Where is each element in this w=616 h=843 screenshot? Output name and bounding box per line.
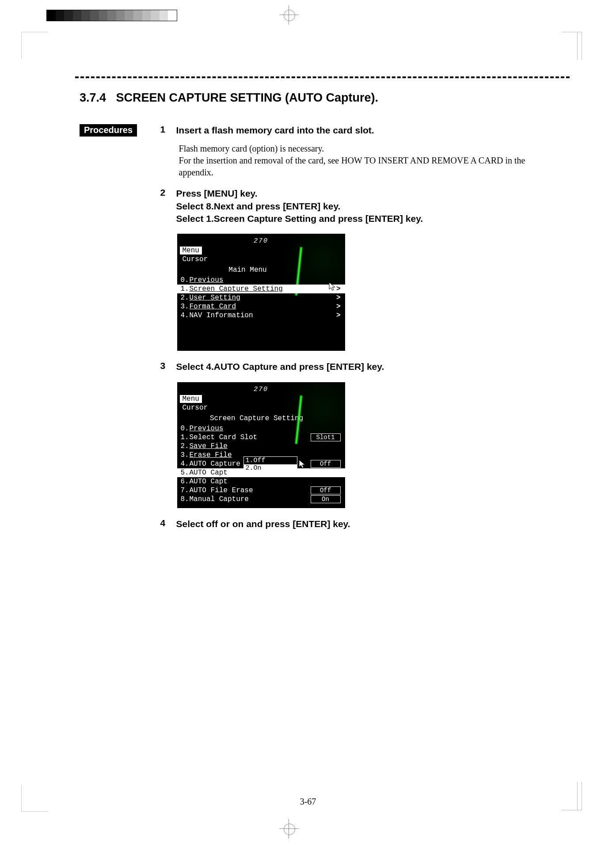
screenshot-screen-capture-setting: 270 Menu Cursor Screen Capture Setting 0… xyxy=(177,382,345,508)
registration-mark-top-icon xyxy=(279,5,299,25)
heading-indicator: 270 xyxy=(177,237,345,245)
menu-item-screen-capture-setting[interactable]: 1. Screen Capture Setting > xyxy=(177,285,345,293)
step-number: 2 xyxy=(160,187,166,198)
popup-option-on[interactable]: 2. On xyxy=(244,464,297,472)
chevron-right-icon: > xyxy=(336,311,341,319)
section-number: 3.7.4 xyxy=(80,91,106,104)
step-4: 4 Select off or on and press [ENTER] key… xyxy=(160,518,527,530)
page-content: 3.7.4 SCREEN CAPTURE SETTING (AUTO Captu… xyxy=(80,91,565,539)
step-body-line: For the insertion and removal of the car… xyxy=(179,155,527,178)
step-head-line: Select 1.Screen Capture Setting and pres… xyxy=(176,213,527,225)
chevron-right-icon: > xyxy=(336,285,341,293)
menu-title: Main Menu xyxy=(177,266,345,274)
cursor-label: Cursor xyxy=(180,255,345,263)
heading-indicator: 270 xyxy=(177,386,345,393)
step-number: 1 xyxy=(160,124,166,135)
step-heading: Press [MENU] key. Select 8.Next and pres… xyxy=(176,187,527,225)
procedures-badge: Procedures xyxy=(80,124,137,137)
crop-mark-tl-icon xyxy=(21,32,48,59)
cursor-label: Cursor xyxy=(180,404,345,412)
step-number: 4 xyxy=(160,518,166,528)
menu-item-auto-capt-6[interactable]: 6. AUTO Capt xyxy=(177,477,345,486)
menu-title: Screen Capture Setting xyxy=(177,414,345,422)
grayscale-calibration-bar xyxy=(46,10,177,21)
section-divider xyxy=(75,76,570,78)
chevron-right-icon: > xyxy=(336,303,341,311)
procedure-steps: 1 Insert a flash memory card into the ca… xyxy=(160,124,527,539)
menu-item-save-file[interactable]: 2. Save File xyxy=(177,442,345,451)
step-heading: Select off or on and press [ENTER] key. xyxy=(176,518,527,530)
step-head-line: Press [MENU] key. xyxy=(176,187,527,200)
off-on-popup[interactable]: 1. Off 2. On xyxy=(243,456,297,472)
value-box: Off xyxy=(311,486,341,494)
menu-item-user-setting[interactable]: 2. User Setting > xyxy=(177,293,345,302)
crop-mark-tr-icon xyxy=(562,32,582,60)
menu-item-previous[interactable]: 0. Previous xyxy=(177,424,345,433)
value-box: Slot1 xyxy=(311,433,341,441)
menu-item-previous[interactable]: 0. Previous xyxy=(177,276,345,285)
value-box: On xyxy=(311,495,341,503)
section-heading: SCREEN CAPTURE SETTING (AUTO Capture). xyxy=(116,91,379,104)
step-heading: Select 4.AUTO Capture and press [ENTER] … xyxy=(176,361,527,373)
page-number: 3-67 xyxy=(0,797,616,807)
value-box: Off xyxy=(311,460,341,468)
menu-item-auto-file-erase[interactable]: 7. AUTO File Erase Off xyxy=(177,486,345,495)
registration-mark-bottom-icon xyxy=(279,819,299,839)
step-number: 3 xyxy=(160,361,166,371)
step-body-line: Flash memory card (option) is necessary. xyxy=(179,143,527,155)
section-title: 3.7.4 SCREEN CAPTURE SETTING (AUTO Captu… xyxy=(80,91,565,105)
popup-option-off[interactable]: 1. Off xyxy=(244,457,297,464)
step-3: 3 Select 4.AUTO Capture and press [ENTER… xyxy=(160,361,527,373)
menu-button[interactable]: Menu xyxy=(180,247,202,254)
menu-item-nav-information[interactable]: 4. NAV Information > xyxy=(177,311,345,320)
chevron-right-icon: > xyxy=(336,294,341,302)
step-heading: Insert a flash memory card into the card… xyxy=(176,124,527,137)
step-head-line: Select 8.Next and press [ENTER] key. xyxy=(176,200,527,213)
step-body: Flash memory card (option) is necessary.… xyxy=(179,143,527,178)
screenshot-main-menu: 270 Menu Cursor Main Menu 0. Previous 1.… xyxy=(177,234,345,351)
menu-button[interactable]: Menu xyxy=(180,395,202,403)
step-1: 1 Insert a flash memory card into the ca… xyxy=(160,124,527,178)
menu-item-format-card[interactable]: 3. Format Card > xyxy=(177,302,345,311)
step-2: 2 Press [MENU] key. Select 8.Next and pr… xyxy=(160,187,527,225)
menu-item-manual-capture[interactable]: 8. Manual Capture On xyxy=(177,495,345,504)
menu-item-select-card-slot[interactable]: 1. Select Card Slot Slot1 xyxy=(177,433,345,442)
